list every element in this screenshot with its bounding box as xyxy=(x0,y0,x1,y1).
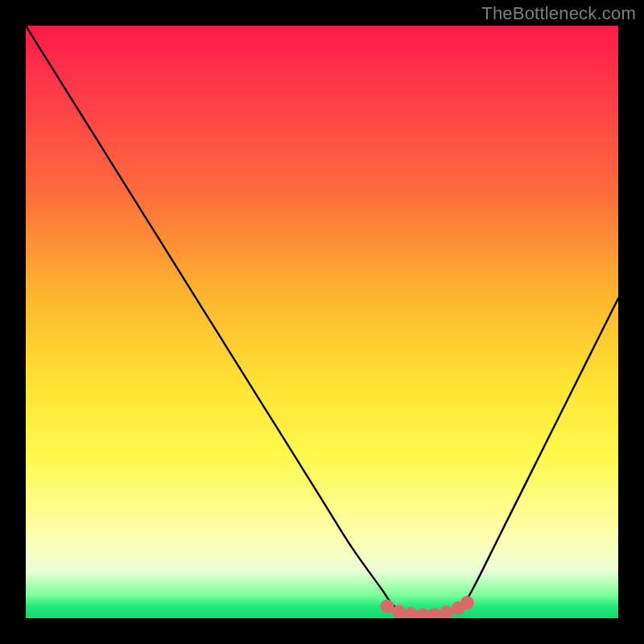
bottleneck-curve xyxy=(26,26,618,615)
marker-dot xyxy=(440,605,453,618)
marker-dot xyxy=(460,596,474,609)
optimal-range-markers xyxy=(380,596,473,618)
chart-frame: TheBottleneck.com xyxy=(0,0,644,644)
plot-area xyxy=(26,26,618,618)
marker-dot xyxy=(416,609,430,618)
marker-dot xyxy=(404,607,418,618)
watermark-text: TheBottleneck.com xyxy=(481,3,636,24)
marker-dot xyxy=(380,600,394,613)
marker-dot xyxy=(392,605,406,618)
chart-svg xyxy=(26,26,618,618)
marker-dot xyxy=(427,608,441,618)
